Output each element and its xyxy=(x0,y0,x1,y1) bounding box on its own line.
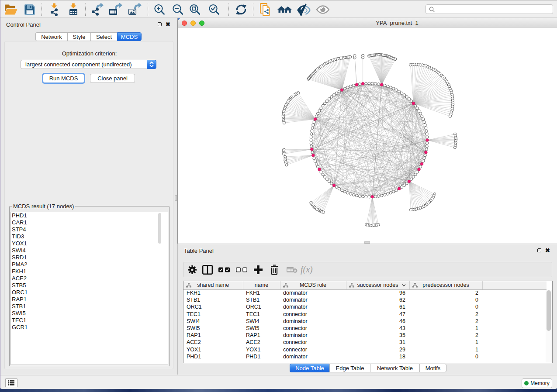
svg-text:f(x): f(x) xyxy=(301,265,313,275)
